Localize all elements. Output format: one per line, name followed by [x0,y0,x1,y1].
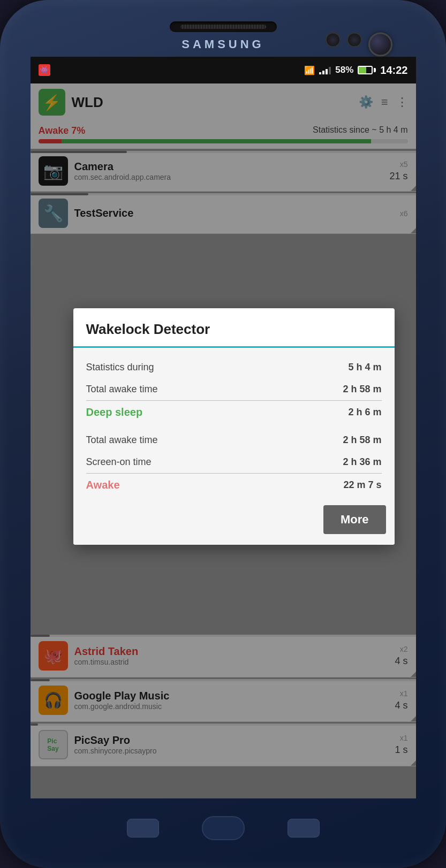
camera-lens [368,33,392,57]
wifi-icon: 📶 [304,65,315,75]
dialog-row-awake: Awake 22 m 7 s [86,474,382,497]
status-right: 📶 58% 14:22 [304,64,407,77]
awake-value: 22 m 7 s [343,479,381,491]
total-awake-2-value: 2 h 58 m [343,435,381,446]
home-button[interactable] [202,816,245,840]
screen-on-value: 2 h 36 m [343,456,381,468]
phone-screen: 📶 58% 14:22 [31,57,416,798]
phone-bottom-nav [0,798,446,868]
total-awake-2-label: Total awake time [86,435,158,446]
dialog-title: Wakelock Detector [73,308,395,346]
status-left [39,64,50,76]
deep-sleep-value: 2 h 6 m [348,407,381,418]
dialog-row-deep-sleep: Deep sleep 2 h 6 m [86,401,382,424]
more-button[interactable]: More [323,505,386,534]
signal-bars [319,66,331,74]
dialog-row-screen-on: Screen-on time 2 h 36 m [86,451,382,473]
dialog-row-total-awake: Total awake time 2 h 58 m [86,378,382,400]
menu-button[interactable] [288,819,320,837]
sensor-dot-2 [347,33,362,48]
app-background: ⚡ WLD ⚙️ ≡ ⋮ Awake 7% Statistics since ~… [31,83,416,798]
phone-frame: SAMSUNG 📶 58% [0,0,446,868]
dialog-section-gap [86,424,382,429]
camera-area [326,33,392,57]
dialog-row-stats-during: Statistics during 5 h 4 m [86,356,382,378]
clock: 14:22 [380,64,407,77]
awake-label: Awake [86,479,120,491]
total-awake-value: 2 h 58 m [343,384,381,395]
notification-icon [39,64,50,76]
battery-percent: 58% [335,65,353,75]
stats-during-value: 5 h 4 m [348,362,381,373]
dialog-actions: More [73,497,395,545]
phone-top-bar: SAMSUNG [0,32,446,57]
wakelock-dialog: Wakelock Detector Statistics during 5 h … [73,308,395,545]
total-awake-label: Total awake time [86,384,158,395]
deep-sleep-label: Deep sleep [86,406,143,418]
dialog-content: Statistics during 5 h 4 m Total awake ti… [73,348,395,497]
dialog-row-total-awake-2: Total awake time 2 h 58 m [86,429,382,451]
speaker-grill [170,21,277,32]
status-bar: 📶 58% 14:22 [31,57,416,83]
battery-icon [358,66,376,74]
sensor-dot [326,33,341,48]
stats-during-label: Statistics during [86,362,154,373]
back-button[interactable] [127,819,159,837]
screen-on-label: Screen-on time [86,456,152,468]
